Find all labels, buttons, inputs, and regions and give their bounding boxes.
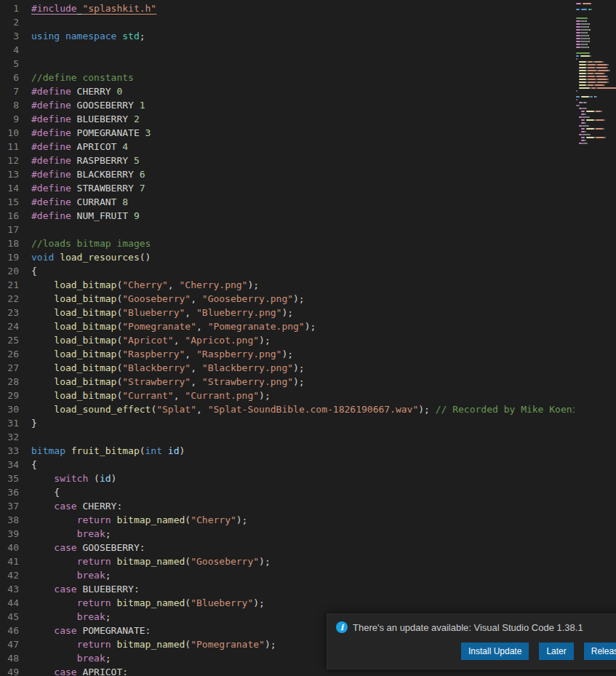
code-line[interactable]: return bitmap_named("Blueberry");	[31, 596, 616, 610]
code-line[interactable]: {	[31, 485, 616, 499]
line-number[interactable]: 33	[0, 444, 19, 458]
code-area[interactable]: #include "splashkit.h"using namespace st…	[31, 0, 616, 676]
code-line[interactable]: load_bitmap("Cherry", "Cherry.png");	[31, 278, 616, 292]
code-line[interactable]: }	[31, 416, 616, 430]
line-number[interactable]: 5	[0, 57, 19, 71]
code-line[interactable]: //define constants	[31, 71, 616, 84]
code-line[interactable]: {	[31, 458, 616, 472]
line-number[interactable]: 38	[0, 513, 19, 527]
line-number[interactable]: 7	[0, 84, 19, 98]
line-number[interactable]: 45	[0, 610, 19, 624]
release-notes-button[interactable]: Release Notes	[584, 643, 616, 660]
install-update-button[interactable]: Install Update	[461, 643, 529, 660]
code-line[interactable]	[31, 15, 616, 29]
code-line[interactable]: return bitmap_named("Gooseberry");	[31, 554, 616, 568]
line-number[interactable]: 21	[0, 278, 19, 292]
code-line[interactable]: case GOOSEBERRY:	[31, 541, 616, 554]
line-number[interactable]: 37	[0, 499, 19, 513]
code-line[interactable]: load_bitmap("Apricot", "Apricot.png");	[31, 333, 616, 347]
line-number[interactable]: 40	[0, 541, 19, 554]
line-number[interactable]: 47	[0, 637, 19, 651]
line-number[interactable]: 3	[0, 29, 19, 43]
line-number[interactable]: 42	[0, 568, 19, 582]
line-number[interactable]: 11	[0, 140, 19, 154]
code-line[interactable]: void load_resources()	[31, 250, 616, 264]
line-number[interactable]: 20	[0, 264, 19, 278]
code-line[interactable]: #define BLUEBERRY 2	[31, 112, 616, 126]
code-line[interactable]: #define POMEGRANATE 3	[31, 126, 616, 140]
line-number[interactable]: 14	[0, 181, 19, 195]
code-line[interactable]: load_bitmap("Currant", "Currant.png");	[31, 389, 616, 402]
line-number[interactable]: 26	[0, 347, 19, 361]
code-token: );	[247, 279, 259, 290]
code-line[interactable]: break;	[31, 527, 616, 541]
code-line[interactable]: bitmap fruit_bitmap(int id)	[31, 444, 616, 458]
code-line[interactable]: //loads bitmap images	[31, 236, 616, 250]
line-number[interactable]: 19	[0, 250, 19, 264]
line-number[interactable]: 30	[0, 402, 19, 416]
code-line[interactable]: load_bitmap("Raspberry", "Raspberry.png"…	[31, 347, 616, 361]
code-line[interactable]: #define STRAWBERRY 7	[31, 181, 616, 195]
code-line[interactable]: #define NUM_FRUIT 9	[31, 209, 616, 223]
line-number[interactable]: 34	[0, 458, 19, 472]
code-line[interactable]: #define BLACKBERRY 6	[31, 167, 616, 181]
line-number[interactable]: 31	[0, 416, 19, 430]
code-line[interactable]: #define APRICOT 4	[31, 140, 616, 154]
code-line[interactable]: break;	[31, 568, 616, 582]
code-line[interactable]: load_bitmap("Gooseberry", "Gooseberry.pn…	[31, 292, 616, 306]
code-line[interactable]: #define CURRANT 8	[31, 195, 616, 209]
minimap[interactable]	[575, 0, 616, 676]
line-number[interactable]: 29	[0, 389, 19, 402]
code-line[interactable]: return bitmap_named("Cherry");	[31, 513, 616, 527]
code-line[interactable]: load_bitmap("Blackberry", "Blackberry.pn…	[31, 361, 616, 375]
line-number[interactable]: 25	[0, 333, 19, 347]
code-line[interactable]: #define RASPBERRY 5	[31, 154, 616, 167]
code-line[interactable]	[31, 57, 616, 71]
line-number[interactable]: 49	[0, 665, 19, 676]
line-number[interactable]: 32	[0, 430, 19, 444]
code-line[interactable]: load_bitmap("Pomegranate", "Pomegranate.…	[31, 319, 616, 333]
line-number[interactable]: 18	[0, 236, 19, 250]
line-number[interactable]: 48	[0, 651, 19, 665]
line-number[interactable]: 28	[0, 375, 19, 389]
code-line[interactable]	[31, 43, 616, 57]
line-number[interactable]: 2	[0, 15, 19, 29]
line-number[interactable]: 44	[0, 596, 19, 610]
code-line[interactable]: using namespace std;	[31, 29, 616, 43]
line-number[interactable]: 39	[0, 527, 19, 541]
line-number[interactable]: 13	[0, 167, 19, 181]
line-number[interactable]: 41	[0, 554, 19, 568]
code-line[interactable]	[31, 223, 616, 236]
code-line[interactable]: case BLUEBERRY:	[31, 582, 616, 596]
code-line[interactable]: #define CHERRY 0	[31, 84, 616, 98]
code-line[interactable]: #include "splashkit.h"	[31, 1, 616, 15]
code-line[interactable]: load_bitmap("Blueberry", "Blueberry.png"…	[31, 306, 616, 319]
code-line[interactable]: {	[31, 264, 616, 278]
code-line[interactable]: load_bitmap("Strawberry", "Strawberry.pn…	[31, 375, 616, 389]
line-number[interactable]: 10	[0, 126, 19, 140]
line-number[interactable]: 35	[0, 472, 19, 485]
code-line[interactable]: load_sound_effect("Splat", "Splat-SoundB…	[31, 402, 616, 416]
line-number[interactable]: 1	[0, 1, 19, 15]
line-number[interactable]: 4	[0, 43, 19, 57]
line-number[interactable]: 16	[0, 209, 19, 223]
line-number[interactable]: 22	[0, 292, 19, 306]
line-number[interactable]: 46	[0, 624, 19, 637]
code-line[interactable]: case CHERRY:	[31, 499, 616, 513]
line-number[interactable]: 24	[0, 319, 19, 333]
line-number[interactable]: 27	[0, 361, 19, 375]
code-token: using	[31, 31, 60, 41]
code-line[interactable]: switch (id)	[31, 472, 616, 485]
line-number[interactable]: 23	[0, 306, 19, 319]
later-button[interactable]: Later	[539, 643, 573, 660]
line-number[interactable]: 12	[0, 154, 19, 167]
line-number[interactable]: 17	[0, 223, 19, 236]
line-number[interactable]: 15	[0, 195, 19, 209]
code-line[interactable]: #define GOOSEBERRY 1	[31, 98, 616, 112]
line-number[interactable]: 9	[0, 112, 19, 126]
code-line[interactable]	[31, 430, 616, 444]
line-number[interactable]: 43	[0, 582, 19, 596]
line-number[interactable]: 6	[0, 71, 19, 84]
line-number[interactable]: 8	[0, 98, 19, 112]
line-number[interactable]: 36	[0, 485, 19, 499]
